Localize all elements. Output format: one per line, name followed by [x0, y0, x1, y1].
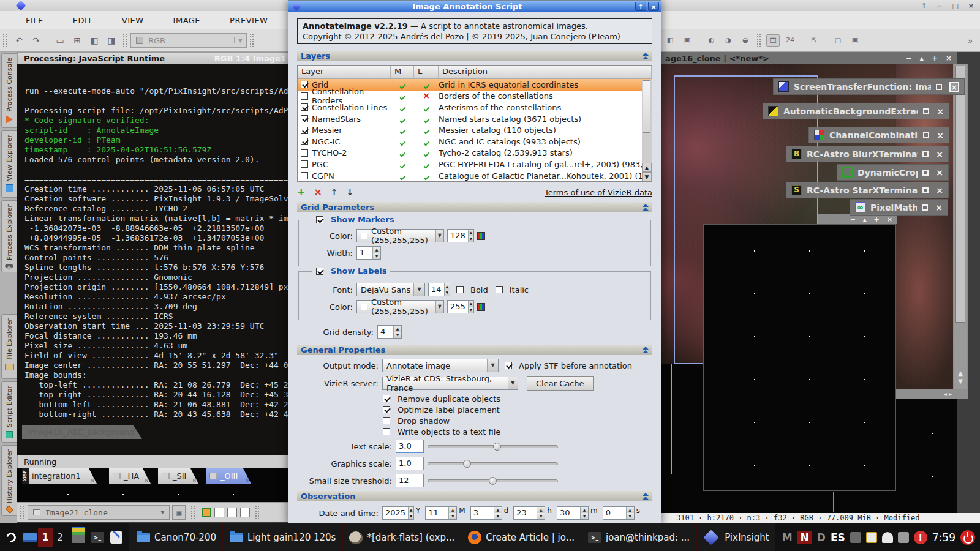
show-markers-checkbox[interactable]: [316, 216, 323, 223]
spin-up[interactable]: ▲: [469, 301, 473, 307]
layers-table-header[interactable]: LayerMLDescription: [298, 66, 652, 79]
taskbar-app-light-gain120-120s[interactable]: Light gain120 120s: [222, 523, 342, 551]
view-selector-combo[interactable]: Image21_clone ▼: [28, 505, 170, 520]
color-picker-icon[interactable]: [477, 232, 485, 240]
collapse-icon[interactable]: [643, 493, 649, 500]
view-mode-button[interactable]: ▣: [172, 505, 186, 520]
toolbar-grip[interactable]: [756, 33, 762, 48]
toolbar-grip[interactable]: [190, 505, 196, 520]
show-desktop-icon[interactable]: [22, 530, 38, 545]
process-close-button[interactable]: ×: [937, 131, 944, 140]
workspace-swatch-active[interactable]: [202, 508, 211, 517]
chevron-down-icon[interactable]: ▼: [413, 283, 424, 296]
spin-up[interactable]: ▲: [445, 283, 450, 290]
section-layers[interactable]: Layers: [297, 51, 652, 61]
kbd-indicator-n[interactable]: N: [797, 531, 812, 544]
kbd-indicator-m[interactable]: M: [782, 531, 793, 544]
scrollbar-thumb[interactable]: [643, 80, 650, 133]
table-row[interactable]: PGCPGC HYPERLEDA I catalog of gal...rel+…: [298, 159, 652, 170]
spin-down[interactable]: ▼: [394, 332, 401, 338]
marker-alpha-spin[interactable]: 128 ▲▼: [447, 229, 474, 242]
table-row[interactable]: Constellation Borders×Borders of the con…: [298, 91, 652, 102]
rename-view-icon[interactable]: ▭: [53, 34, 67, 47]
xfce-menu-icon[interactable]: [3, 530, 19, 545]
table-row[interactable]: NGC-ICNGC and IC catalogs (9933 objects): [298, 136, 652, 148]
optimize-label-placement-checkbox[interactable]: [383, 406, 390, 413]
scroll-up-button[interactable]: ▲: [642, 163, 652, 172]
toolbar-grip[interactable]: [20, 505, 25, 520]
table-row[interactable]: CGPNCatalogue of Galactic Planetar...Koh…: [298, 170, 652, 182]
chevron-down-icon[interactable]: ▼: [435, 301, 443, 313]
spin-down[interactable]: ▼: [469, 307, 473, 313]
stf-window-titlebar[interactable]: ScreenTransferFunction: Image21 ×: [773, 78, 965, 95]
stf-auto-icon[interactable]: ◐: [704, 34, 718, 47]
menu-preview[interactable]: PREVIEW: [215, 16, 282, 25]
spin-down[interactable]: ▼: [449, 513, 456, 519]
close-icon[interactable]: ×: [946, 54, 952, 62]
layer-checkbox[interactable]: [301, 81, 308, 88]
spin-down[interactable]: ▼: [469, 236, 473, 242]
write-objects-to-a-text-file-checkbox[interactable]: [383, 428, 390, 435]
stf-reset-icon[interactable]: ◑: [722, 34, 735, 47]
spin-down[interactable]: ▼: [581, 513, 588, 519]
marker-width-spin[interactable]: 1 ▲▼: [356, 246, 381, 260]
minimize-icon[interactable]: −: [906, 54, 912, 62]
process-console-titlebar[interactable]: Processing: JavaScript Runtime RGB 1:4 I…: [17, 52, 289, 64]
layer-checkbox[interactable]: [301, 115, 308, 122]
image16-clone-titlebar[interactable]: age16_clone | <*new*> −▴+×: [662, 52, 957, 64]
process-close-button[interactable]: ×: [935, 203, 943, 212]
workspace-swatch[interactable]: [240, 508, 250, 517]
dialog-titlebar[interactable]: Image Annotation Script ↑ ×: [288, 1, 661, 12]
chevron-down-icon[interactable]: ▼: [234, 37, 246, 43]
mask-invert-icon[interactable]: ◨: [105, 34, 118, 47]
process-window-rc-astro-starxterminator[interactable]: SRC-Astro StarXTerminator×: [786, 182, 949, 198]
close-view-icon[interactable]: ▣: [680, 34, 694, 47]
label-font-size-spin[interactable]: 14 ▲▼: [428, 283, 450, 296]
shade-icon[interactable]: ▴: [863, 216, 867, 223]
layers-table[interactable]: LayerMLDescription GridGrid in ICRS equa…: [297, 65, 652, 182]
tray-icon[interactable]: [850, 532, 861, 543]
stf-edit-icon[interactable]: ◒: [739, 34, 752, 47]
process-window-pixelmath[interactable]: ∞PixelMath×: [850, 199, 948, 216]
apply-stf-checkbox[interactable]: [505, 362, 512, 369]
new-preview-icon[interactable]: ⊞: [70, 34, 84, 47]
process-close-button[interactable]: ×: [937, 107, 944, 116]
image21-starfield-window[interactable]: [703, 224, 896, 491]
spin-down[interactable]: ▼: [373, 253, 380, 259]
close-icon[interactable]: ×: [887, 216, 892, 223]
taskbar-app-pixinsight[interactable]: PixInsight: [696, 523, 775, 551]
main-window-controls[interactable]: ↑−□×: [921, 2, 974, 10]
process-window-dynamiccrop[interactable]: DynamicCrop×: [837, 164, 949, 181]
spin-up[interactable]: ▲: [469, 230, 473, 236]
scroll-down-button[interactable]: ▼: [642, 172, 652, 181]
chevron-down-icon[interactable]: ▼: [156, 509, 169, 515]
mask-icon[interactable]: ◧: [88, 34, 101, 47]
workspace-1[interactable]: 1: [38, 528, 53, 547]
minimize-icon[interactable]: −: [937, 2, 942, 10]
close-icon[interactable]: ×: [968, 2, 974, 10]
scrollbar-arrows[interactable]: ▲▼: [954, 369, 967, 385]
workspace-2[interactable]: 2: [53, 528, 67, 547]
label-alpha-spin[interactable]: 255 ▲▼: [447, 300, 474, 313]
volume-icon[interactable]: [898, 532, 909, 543]
layer-checkbox[interactable]: [301, 127, 308, 134]
clipboard-icon[interactable]: [866, 532, 877, 543]
spin-up[interactable]: ▲: [373, 247, 380, 253]
marker-color-combo[interactable]: Custom (255,255,255) ▼: [356, 229, 444, 242]
spin-up[interactable]: ▲: [581, 507, 588, 513]
bold-checkbox[interactable]: [456, 286, 464, 293]
iconized-window-integration[interactable]: integration: [22, 455, 89, 455]
iconized-window-image16-abe-background[interactable]: Image16_ABE_background: [22, 425, 142, 439]
taskbar-app-joan-thinkpad-[interactable]: >_joan@thinkpad: ...: [581, 523, 696, 551]
taskbar-app--dark-flats-exp-[interactable]: *[dark-flats] (exp...: [342, 523, 461, 551]
section-general-properties[interactable]: General Properties: [297, 345, 652, 355]
table-row[interactable]: TYCHO-2Tycho-2 catalog (2,539,913 stars): [298, 148, 652, 159]
sidebar-tab-file-explorer[interactable]: File Explorer: [1, 314, 17, 379]
maximize-icon[interactable]: □: [952, 2, 958, 10]
image16-window-buttons[interactable]: −▴+×: [906, 54, 952, 62]
alert-icon[interactable]: !: [914, 531, 927, 544]
move-layer-up-button[interactable]: ↑: [331, 186, 338, 198]
text-scale-field[interactable]: 3.0: [396, 440, 424, 453]
process-restore-button[interactable]: [922, 204, 928, 211]
zoom-icon[interactable]: +: [874, 216, 880, 223]
